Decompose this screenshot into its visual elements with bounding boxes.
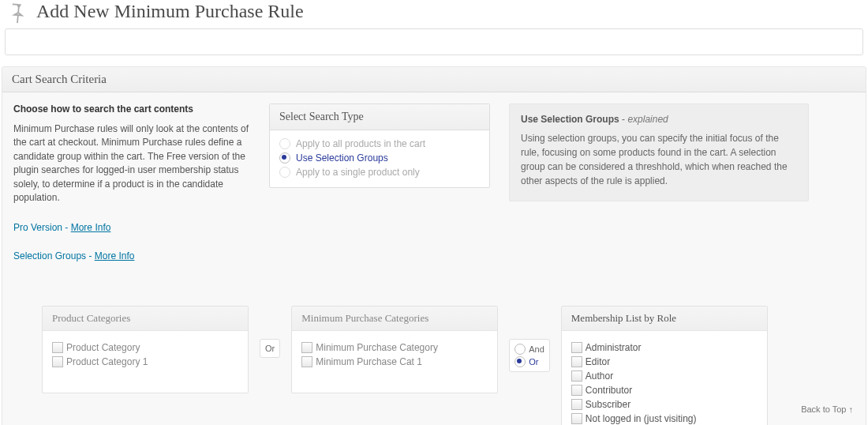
panel-body: Choose how to search the cart contents M… <box>2 92 866 425</box>
panel-cart-search-criteria: Cart Search Criteria Choose how to searc… <box>2 66 866 425</box>
connector-label: And <box>529 344 544 354</box>
product-category-item[interactable]: Product Category 1 <box>52 355 238 369</box>
membership-panel: Membership List by Role Administrator Ed… <box>561 306 768 425</box>
checkbox-icon <box>301 342 312 353</box>
left-lead: Choose how to search the cart contents <box>13 103 250 115</box>
search-type-option-single-product[interactable]: Apply to a single product only <box>279 165 480 179</box>
product-category-label: Product Category 1 <box>66 356 148 367</box>
search-type-options: Apply to all products in the cart Use Se… <box>270 130 489 187</box>
radio-icon <box>279 152 290 164</box>
membership-label: Administrator <box>586 342 642 353</box>
explain-title-dash: - <box>619 114 628 125</box>
checkbox-icon <box>571 413 582 424</box>
search-type-box: Select Search Type Apply to all products… <box>269 103 490 188</box>
membership-item[interactable]: Not logged in (just visiting) <box>571 412 758 425</box>
connector-option-or[interactable]: Or <box>265 343 275 354</box>
radio-icon <box>514 344 526 355</box>
back-to-top-link[interactable]: Back to Top ↑ <box>801 403 853 416</box>
radio-icon <box>279 167 290 178</box>
page-root: Add New Minimum Purchase Rule Cart Searc… <box>0 0 868 425</box>
bottom-row: Product Categories Product Category Prod… <box>42 306 855 425</box>
search-type-option-label: Apply to a single product only <box>296 167 420 178</box>
min-purchase-item[interactable]: Minimum Purchase Cat 1 <box>301 355 488 369</box>
membership-label: Author <box>586 370 613 382</box>
rule-title-input[interactable] <box>5 28 863 55</box>
search-type-header: Select Search Type <box>270 104 489 130</box>
pro-version-prefix: Pro Version - <box>13 222 71 233</box>
explain-column: Use Selection Groups - explained Using s… <box>509 103 809 279</box>
search-type-option-all-products[interactable]: Apply to all products in the cart <box>279 137 480 151</box>
membership-item[interactable]: Subscriber <box>571 397 758 412</box>
connector-or-1: Or <box>260 339 280 358</box>
page-header: Add New Minimum Purchase Rule <box>0 0 868 25</box>
checkbox-icon <box>571 342 582 353</box>
product-categories-body: Product Category Product Category 1 <box>43 331 248 393</box>
radio-icon <box>514 356 526 367</box>
left-body-text: Minimum Purchase rules will only look at… <box>13 122 250 205</box>
min-purchase-label: Minimum Purchase Category <box>316 342 438 353</box>
product-categories-panel: Product Categories Product Category Prod… <box>42 306 249 393</box>
explain-title-bold: Use Selection Groups <box>521 114 619 125</box>
panel-title: Cart Search Criteria <box>2 67 866 92</box>
min-purchase-item[interactable]: Minimum Purchase Category <box>301 340 488 355</box>
connector-option-or[interactable]: Or <box>514 355 544 368</box>
membership-label: Subscriber <box>586 399 630 410</box>
membership-label: Editor <box>586 356 610 367</box>
title-input-wrap <box>0 25 868 63</box>
connector-label: Or <box>529 357 538 367</box>
product-category-label: Product Category <box>66 342 140 353</box>
connector-and-or: And Or <box>509 339 550 372</box>
connector-label: Or <box>265 344 275 353</box>
checkbox-icon <box>571 399 582 410</box>
explain-body: Using selection groups, you can specify … <box>521 131 797 188</box>
product-categories-header: Product Categories <box>43 307 248 331</box>
checkbox-icon <box>52 342 63 353</box>
membership-body: Administrator Editor Author Contrib <box>562 331 767 425</box>
membership-item[interactable]: Editor <box>571 355 758 369</box>
explain-title-line: Use Selection Groups - explained <box>521 114 797 125</box>
pro-version-more-info-link[interactable]: More Info <box>71 222 111 233</box>
search-type-column: Select Search Type Apply to all products… <box>269 103 490 279</box>
min-purchase-categories-body: Minimum Purchase Category Minimum Purcha… <box>292 331 497 393</box>
search-type-option-label: Use Selection Groups <box>296 152 388 164</box>
pin-icon <box>0 0 31 27</box>
membership-header: Membership List by Role <box>562 307 767 331</box>
min-purchase-categories-panel: Minimum Purchase Categories Minimum Purc… <box>291 306 498 393</box>
checkbox-icon <box>571 385 582 396</box>
checkbox-icon <box>571 370 582 382</box>
selection-groups-more-info-link[interactable]: More Info <box>95 250 135 261</box>
checkbox-icon <box>301 356 312 367</box>
explain-box: Use Selection Groups - explained Using s… <box>509 103 809 201</box>
selection-groups-line: Selection Groups - More Info <box>13 250 250 261</box>
selection-groups-prefix: Selection Groups - <box>13 250 95 261</box>
min-purchase-categories-header: Minimum Purchase Categories <box>292 307 497 331</box>
radio-icon <box>279 138 290 149</box>
membership-item[interactable]: Administrator <box>571 340 758 355</box>
page-title: Add New Minimum Purchase Rule <box>36 1 304 22</box>
membership-item[interactable]: Author <box>571 369 758 383</box>
checkbox-icon <box>571 356 582 367</box>
pro-version-line: Pro Version - More Info <box>13 222 250 233</box>
left-column: Choose how to search the cart contents M… <box>13 103 250 279</box>
search-type-option-label: Apply to all products in the cart <box>296 138 425 149</box>
membership-label: Not logged in (just visiting) <box>586 413 697 424</box>
connector-option-and[interactable]: And <box>514 343 544 355</box>
checkbox-icon <box>52 356 63 367</box>
top-row: Choose how to search the cart contents M… <box>13 103 855 279</box>
min-purchase-label: Minimum Purchase Cat 1 <box>316 356 422 367</box>
explain-title-italic: explained <box>627 114 668 125</box>
membership-item[interactable]: Contributor <box>571 383 758 397</box>
product-category-item[interactable]: Product Category <box>52 340 238 355</box>
search-type-option-selection-groups[interactable]: Use Selection Groups <box>279 151 480 165</box>
membership-label: Contributor <box>586 385 632 396</box>
